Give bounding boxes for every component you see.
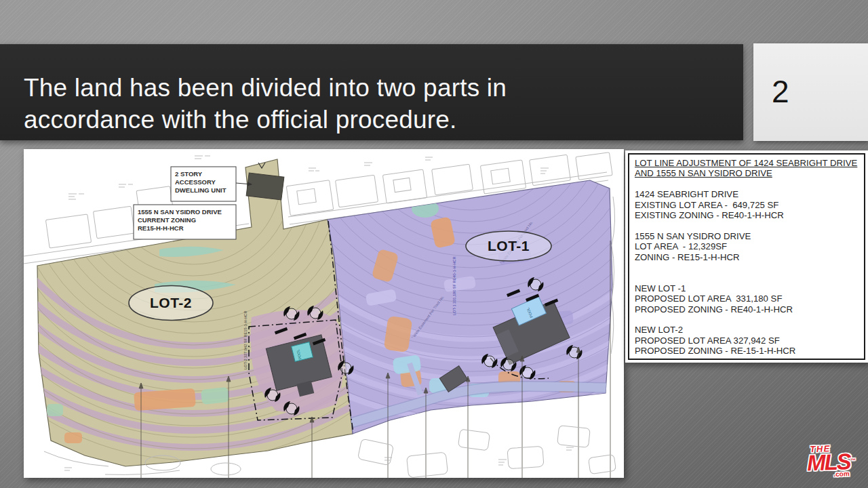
panel-line: NEW LOT-2: [635, 325, 859, 335]
panel-line: EXISTING ZONING - RE40-1-H-HCR: [635, 210, 859, 220]
panel-line: ZONING - RE15-1-H-HCR: [635, 252, 859, 262]
panel-line: AND 1555 N SAN YSIDRO DRIVE: [635, 168, 859, 178]
slide: { "slide": { "page_number": "2" }, "head…: [0, 0, 868, 488]
title-bar: The land has been divided into two parts…: [0, 44, 743, 140]
lot1-label: LOT-1: [488, 238, 530, 253]
panel-line: LOT LINE ADJUSTMENT OF 1424 SEABRIGHT DR…: [635, 158, 859, 168]
themls-logo-tm: ™: [850, 458, 856, 464]
lot2-area-sideline: LOT-2 327,942 SF RE15-1-H-HCR: [243, 311, 248, 369]
slide-title-line1: The land has been divided into two parts…: [24, 72, 507, 104]
panel-line: 1555 N SAN YSIDRO DRIVE: [635, 231, 859, 241]
slide-title-line2: accordance with the official procedure.: [24, 104, 507, 136]
panel-line: PROPOSED ZONING - RE40-1-H-HCR: [635, 304, 859, 314]
panel-line: [635, 220, 859, 230]
survey-map-panel: POOL POOL: [24, 149, 624, 478]
panel-line: [635, 262, 859, 272]
themls-logo-mls: MLS™: [807, 451, 862, 472]
page-number-box: 2: [753, 43, 868, 141]
panel-line: NEW LOT -1: [635, 283, 859, 293]
lot-adjustment-text: LOT LINE ADJUSTMENT OF 1424 SEABRIGHT DR…: [628, 153, 865, 360]
site-map: POOL POOL: [24, 149, 624, 478]
lot-adjustment-panel: LOT LINE ADJUSTMENT OF 1424 SEABRIGHT DR…: [625, 150, 868, 363]
panel-line: [635, 272, 859, 283]
zoning-callout-line2: CURRENT ZONING: [138, 216, 196, 224]
panel-line: 1424 SEABRIGHT DRIVE: [635, 189, 859, 199]
lot1-area-sideline: LOT-1 331,180 SF RE40-1-H-HCR: [452, 257, 456, 315]
page-number: 2: [772, 73, 789, 110]
panel-line: [635, 314, 859, 325]
zoning-callout-line3: RE15-H-H-HCR: [138, 224, 184, 232]
panel-line: PROPOSED LOT AREA 331,180 SF: [635, 293, 859, 304]
zoning-callout-line1: 1555 N SAN YSIDRO DRIVE: [138, 208, 222, 216]
panel-line: [635, 179, 859, 189]
panel-line: PROPOSED LOT AREA 327,942 SF: [635, 336, 859, 346]
adu-callout-line3: DWELLING UNIT: [175, 186, 226, 194]
panel-line: PROPOSED ZONING - RE-15-1-H-HCR: [635, 346, 859, 356]
adu-callout-line2: ACCESSORY: [175, 178, 216, 186]
panel-line: LOT AREA - 12,329SF: [635, 241, 859, 251]
lot2-label: LOT-2: [150, 295, 192, 310]
panel-line: EXISTING LOT AREA - 649,725 SF: [635, 200, 859, 210]
slide-title: The land has been divided into two parts…: [24, 72, 507, 136]
adu-building: [246, 173, 284, 200]
themls-logo: THE MLS™ .com: [806, 444, 862, 479]
adu-callout-line1: 2 STORY: [175, 170, 203, 178]
